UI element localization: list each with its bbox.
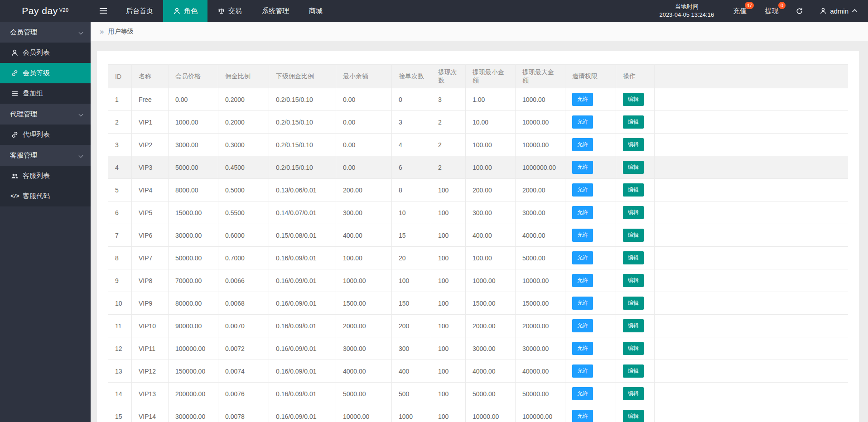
table-cell: 0.4500 bbox=[218, 156, 269, 179]
allow-button[interactable]: 允许 bbox=[572, 274, 593, 287]
topnav-item-system[interactable]: 系统管理 bbox=[252, 0, 299, 22]
table-cell: 10000.00 bbox=[466, 405, 516, 422]
edit-button[interactable]: 编辑 bbox=[623, 274, 644, 287]
table-cell: 0.2/0.15/0.10 bbox=[269, 156, 336, 179]
sidebar-item-member-list[interactable]: 会员列表 bbox=[0, 43, 91, 63]
edit-button[interactable]: 编辑 bbox=[623, 297, 644, 310]
refresh-icon[interactable] bbox=[787, 0, 811, 22]
allow-button[interactable]: 允许 bbox=[572, 161, 593, 174]
table-cell: 1000.00 bbox=[516, 88, 565, 111]
sidebar-group-service-management[interactable]: 客服管理 bbox=[0, 145, 91, 166]
topnav-item-role[interactable]: 角色 bbox=[163, 0, 207, 22]
row-filler-cell bbox=[655, 315, 849, 337]
edit-button[interactable]: 编辑 bbox=[623, 319, 644, 332]
table-cell: 0.16/0.09/0.01 bbox=[269, 247, 336, 269]
table-cell: 4 bbox=[108, 156, 132, 179]
sidebar-group-member-management[interactable]: 会员管理 bbox=[0, 22, 91, 43]
table-cell: VIP5 bbox=[132, 201, 169, 224]
allow-button[interactable]: 允许 bbox=[572, 138, 593, 151]
user-icon bbox=[173, 7, 181, 15]
allow-button[interactable]: 允许 bbox=[572, 183, 593, 197]
user-menu[interactable]: admin bbox=[811, 0, 868, 22]
edit-button[interactable]: 编辑 bbox=[623, 206, 644, 219]
allow-button[interactable]: 允许 bbox=[572, 115, 593, 129]
allow-button[interactable]: 允许 bbox=[572, 410, 593, 422]
edit-button[interactable]: 编辑 bbox=[623, 364, 644, 378]
table-cell: 3000.00 bbox=[169, 134, 218, 156]
sidebar-item-member-level[interactable]: 会员等级 bbox=[0, 63, 91, 83]
table-cell: 5000.00 bbox=[336, 383, 392, 405]
table-cell: 20 bbox=[392, 247, 431, 269]
table-cell: 0.2/0.15/0.10 bbox=[269, 88, 336, 111]
withdraw-button[interactable]: 提现 0 bbox=[756, 0, 787, 22]
table-cell: VIP7 bbox=[132, 247, 169, 269]
invite-permission-cell: 允许 bbox=[565, 179, 616, 201]
sidebar-item-agent-list[interactable]: 代理列表 bbox=[0, 125, 91, 145]
action-cell: 编辑 bbox=[616, 337, 655, 360]
sidebar-item-service-list[interactable]: 客服列表 bbox=[0, 166, 91, 186]
edit-button[interactable]: 编辑 bbox=[623, 410, 644, 422]
invite-permission-cell: 允许 bbox=[565, 111, 616, 134]
sidebar-group-agent-management[interactable]: 代理管理 bbox=[0, 104, 91, 125]
table-row: 3VIP23000.000.30000.2/0.15/0.100.0042100… bbox=[108, 134, 849, 156]
table-cell: 40000.00 bbox=[516, 360, 565, 383]
allow-button[interactable]: 允许 bbox=[572, 364, 593, 378]
allow-button[interactable]: 允许 bbox=[572, 387, 593, 400]
recharge-label: 充值 bbox=[733, 7, 747, 15]
sidebar-item-service-code[interactable]: </>客服代码 bbox=[0, 186, 91, 206]
edit-button[interactable]: 编辑 bbox=[623, 138, 644, 151]
edit-button[interactable]: 编辑 bbox=[623, 93, 644, 106]
topnav-item-home[interactable]: 后台首页 bbox=[116, 0, 163, 22]
action-cell: 编辑 bbox=[616, 292, 655, 315]
allow-button[interactable]: 允许 bbox=[572, 319, 593, 332]
scales-icon bbox=[217, 7, 225, 15]
table-cell: 100 bbox=[431, 224, 466, 247]
allow-button[interactable]: 允许 bbox=[572, 206, 593, 219]
table-cell: 1.00 bbox=[466, 88, 516, 111]
table-cell: 200000.00 bbox=[169, 383, 218, 405]
invite-permission-cell: 允许 bbox=[565, 337, 616, 360]
allow-button[interactable]: 允许 bbox=[572, 297, 593, 310]
user-level-table: ID名称会员价格佣金比例下级佣金比例最小余额接单次数提现次数提现最小金额提现最大… bbox=[108, 64, 848, 422]
allow-button[interactable]: 允许 bbox=[572, 251, 593, 264]
action-cell: 编辑 bbox=[616, 247, 655, 269]
sidebar-item-label: 代理列表 bbox=[23, 130, 50, 139]
table-cell: 3000.00 bbox=[466, 337, 516, 360]
table-cell: 1000.00 bbox=[466, 269, 516, 292]
table-cell: 0.2000 bbox=[218, 88, 269, 111]
edit-button[interactable]: 编辑 bbox=[623, 183, 644, 197]
sidebar-item-overlay-group[interactable]: 叠加组 bbox=[0, 83, 91, 104]
table-cell: 4000.00 bbox=[466, 360, 516, 383]
table-cell: 0.2/0.15/0.10 bbox=[269, 111, 336, 134]
edit-button[interactable]: 编辑 bbox=[623, 161, 644, 174]
table-cell: 0.0068 bbox=[218, 292, 269, 315]
invite-permission-cell: 允许 bbox=[565, 360, 616, 383]
table-cell: 100 bbox=[431, 292, 466, 315]
column-header: 下级佣金比例 bbox=[269, 65, 336, 88]
table-cell: 2 bbox=[431, 134, 466, 156]
edit-button[interactable]: 编辑 bbox=[623, 115, 644, 129]
allow-button[interactable]: 允许 bbox=[572, 93, 593, 106]
topnav-item-label: 角色 bbox=[184, 7, 198, 15]
edit-button[interactable]: 编辑 bbox=[623, 342, 644, 355]
row-filler-cell bbox=[655, 405, 849, 422]
table-cell: VIP2 bbox=[132, 134, 169, 156]
row-filler-cell bbox=[655, 111, 849, 134]
menu-collapse-icon[interactable] bbox=[91, 0, 116, 22]
topnav-item-mall[interactable]: 商城 bbox=[299, 0, 333, 22]
allow-button[interactable]: 允许 bbox=[572, 342, 593, 355]
table-cell: 100 bbox=[431, 247, 466, 269]
edit-button[interactable]: 编辑 bbox=[623, 251, 644, 264]
table-cell: 100.00 bbox=[466, 156, 516, 179]
sidebar-item-label: 会员列表 bbox=[23, 48, 50, 57]
table-cell: 5 bbox=[108, 179, 132, 201]
row-filler-cell bbox=[655, 134, 849, 156]
table-cell: 10000.00 bbox=[516, 269, 565, 292]
topnav-item-label: 系统管理 bbox=[262, 7, 289, 15]
chevron-up-icon bbox=[852, 9, 857, 14]
edit-button[interactable]: 编辑 bbox=[623, 387, 644, 400]
recharge-button[interactable]: 充值 47 bbox=[724, 0, 756, 22]
topnav-item-trade[interactable]: 交易 bbox=[207, 0, 252, 22]
edit-button[interactable]: 编辑 bbox=[623, 229, 644, 242]
allow-button[interactable]: 允许 bbox=[572, 229, 593, 242]
